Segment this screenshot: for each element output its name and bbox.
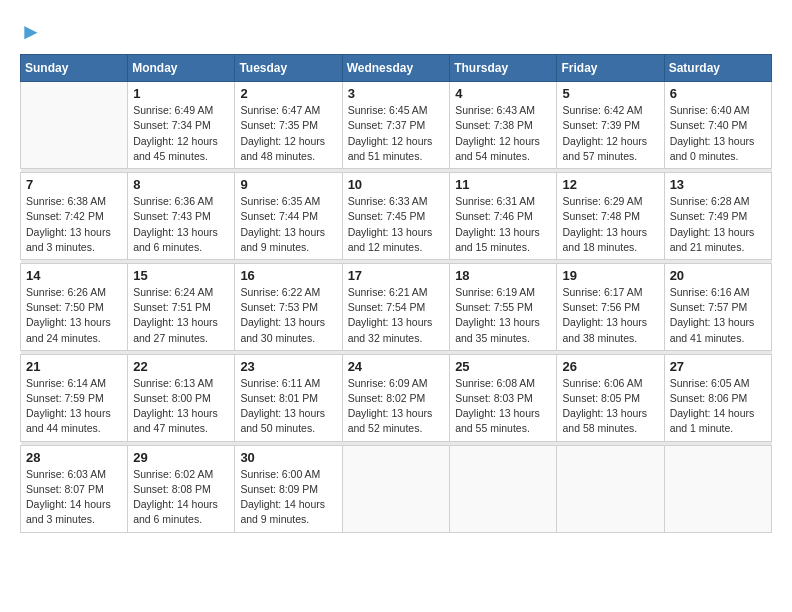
calendar-cell: 30Sunrise: 6:00 AMSunset: 8:09 PMDayligh… bbox=[235, 445, 342, 532]
day-number: 17 bbox=[348, 268, 445, 283]
calendar-cell: 22Sunrise: 6:13 AMSunset: 8:00 PMDayligh… bbox=[128, 354, 235, 441]
calendar-cell: 27Sunrise: 6:05 AMSunset: 8:06 PMDayligh… bbox=[664, 354, 771, 441]
calendar-cell bbox=[557, 445, 664, 532]
calendar-cell: 15Sunrise: 6:24 AMSunset: 7:51 PMDayligh… bbox=[128, 263, 235, 350]
calendar-cell: 29Sunrise: 6:02 AMSunset: 8:08 PMDayligh… bbox=[128, 445, 235, 532]
day-number: 9 bbox=[240, 177, 336, 192]
day-info: Sunrise: 6:17 AMSunset: 7:56 PMDaylight:… bbox=[562, 285, 658, 346]
day-number: 14 bbox=[26, 268, 122, 283]
day-info: Sunrise: 6:38 AMSunset: 7:42 PMDaylight:… bbox=[26, 194, 122, 255]
day-info: Sunrise: 6:24 AMSunset: 7:51 PMDaylight:… bbox=[133, 285, 229, 346]
day-number: 23 bbox=[240, 359, 336, 374]
day-number: 15 bbox=[133, 268, 229, 283]
day-number: 12 bbox=[562, 177, 658, 192]
day-number: 29 bbox=[133, 450, 229, 465]
calendar-cell: 4Sunrise: 6:43 AMSunset: 7:38 PMDaylight… bbox=[450, 82, 557, 169]
calendar-cell: 18Sunrise: 6:19 AMSunset: 7:55 PMDayligh… bbox=[450, 263, 557, 350]
day-number: 19 bbox=[562, 268, 658, 283]
logo: ► bbox=[20, 20, 42, 44]
calendar-cell: 28Sunrise: 6:03 AMSunset: 8:07 PMDayligh… bbox=[21, 445, 128, 532]
day-header-sunday: Sunday bbox=[21, 55, 128, 82]
calendar-cell: 5Sunrise: 6:42 AMSunset: 7:39 PMDaylight… bbox=[557, 82, 664, 169]
calendar-cell: 6Sunrise: 6:40 AMSunset: 7:40 PMDaylight… bbox=[664, 82, 771, 169]
calendar-cell: 19Sunrise: 6:17 AMSunset: 7:56 PMDayligh… bbox=[557, 263, 664, 350]
calendar-cell bbox=[342, 445, 450, 532]
calendar-cell: 3Sunrise: 6:45 AMSunset: 7:37 PMDaylight… bbox=[342, 82, 450, 169]
calendar-cell: 7Sunrise: 6:38 AMSunset: 7:42 PMDaylight… bbox=[21, 173, 128, 260]
page-header: ► bbox=[20, 20, 772, 44]
calendar-cell: 26Sunrise: 6:06 AMSunset: 8:05 PMDayligh… bbox=[557, 354, 664, 441]
day-number: 25 bbox=[455, 359, 551, 374]
day-number: 30 bbox=[240, 450, 336, 465]
calendar-cell: 25Sunrise: 6:08 AMSunset: 8:03 PMDayligh… bbox=[450, 354, 557, 441]
day-number: 27 bbox=[670, 359, 766, 374]
day-number: 3 bbox=[348, 86, 445, 101]
day-info: Sunrise: 6:00 AMSunset: 8:09 PMDaylight:… bbox=[240, 467, 336, 528]
day-number: 11 bbox=[455, 177, 551, 192]
calendar-cell: 8Sunrise: 6:36 AMSunset: 7:43 PMDaylight… bbox=[128, 173, 235, 260]
calendar-cell: 21Sunrise: 6:14 AMSunset: 7:59 PMDayligh… bbox=[21, 354, 128, 441]
day-number: 13 bbox=[670, 177, 766, 192]
day-number: 8 bbox=[133, 177, 229, 192]
calendar-week-row: 14Sunrise: 6:26 AMSunset: 7:50 PMDayligh… bbox=[21, 263, 772, 350]
calendar-table: SundayMondayTuesdayWednesdayThursdayFrid… bbox=[20, 54, 772, 532]
day-info: Sunrise: 6:29 AMSunset: 7:48 PMDaylight:… bbox=[562, 194, 658, 255]
day-info: Sunrise: 6:05 AMSunset: 8:06 PMDaylight:… bbox=[670, 376, 766, 437]
calendar-cell bbox=[450, 445, 557, 532]
day-number: 18 bbox=[455, 268, 551, 283]
calendar-cell: 14Sunrise: 6:26 AMSunset: 7:50 PMDayligh… bbox=[21, 263, 128, 350]
day-number: 10 bbox=[348, 177, 445, 192]
day-number: 1 bbox=[133, 86, 229, 101]
calendar-cell: 20Sunrise: 6:16 AMSunset: 7:57 PMDayligh… bbox=[664, 263, 771, 350]
calendar-cell bbox=[664, 445, 771, 532]
day-info: Sunrise: 6:36 AMSunset: 7:43 PMDaylight:… bbox=[133, 194, 229, 255]
day-info: Sunrise: 6:28 AMSunset: 7:49 PMDaylight:… bbox=[670, 194, 766, 255]
day-info: Sunrise: 6:16 AMSunset: 7:57 PMDaylight:… bbox=[670, 285, 766, 346]
day-number: 2 bbox=[240, 86, 336, 101]
day-number: 22 bbox=[133, 359, 229, 374]
day-info: Sunrise: 6:40 AMSunset: 7:40 PMDaylight:… bbox=[670, 103, 766, 164]
day-number: 6 bbox=[670, 86, 766, 101]
day-info: Sunrise: 6:22 AMSunset: 7:53 PMDaylight:… bbox=[240, 285, 336, 346]
day-number: 26 bbox=[562, 359, 658, 374]
day-header-tuesday: Tuesday bbox=[235, 55, 342, 82]
day-info: Sunrise: 6:08 AMSunset: 8:03 PMDaylight:… bbox=[455, 376, 551, 437]
day-info: Sunrise: 6:43 AMSunset: 7:38 PMDaylight:… bbox=[455, 103, 551, 164]
day-info: Sunrise: 6:03 AMSunset: 8:07 PMDaylight:… bbox=[26, 467, 122, 528]
day-header-friday: Friday bbox=[557, 55, 664, 82]
calendar-cell bbox=[21, 82, 128, 169]
calendar-cell: 24Sunrise: 6:09 AMSunset: 8:02 PMDayligh… bbox=[342, 354, 450, 441]
day-info: Sunrise: 6:35 AMSunset: 7:44 PMDaylight:… bbox=[240, 194, 336, 255]
calendar-cell: 17Sunrise: 6:21 AMSunset: 7:54 PMDayligh… bbox=[342, 263, 450, 350]
day-info: Sunrise: 6:33 AMSunset: 7:45 PMDaylight:… bbox=[348, 194, 445, 255]
calendar-week-row: 28Sunrise: 6:03 AMSunset: 8:07 PMDayligh… bbox=[21, 445, 772, 532]
day-info: Sunrise: 6:31 AMSunset: 7:46 PMDaylight:… bbox=[455, 194, 551, 255]
calendar-cell: 1Sunrise: 6:49 AMSunset: 7:34 PMDaylight… bbox=[128, 82, 235, 169]
day-info: Sunrise: 6:06 AMSunset: 8:05 PMDaylight:… bbox=[562, 376, 658, 437]
calendar-cell: 23Sunrise: 6:11 AMSunset: 8:01 PMDayligh… bbox=[235, 354, 342, 441]
day-header-monday: Monday bbox=[128, 55, 235, 82]
day-info: Sunrise: 6:02 AMSunset: 8:08 PMDaylight:… bbox=[133, 467, 229, 528]
calendar-week-row: 21Sunrise: 6:14 AMSunset: 7:59 PMDayligh… bbox=[21, 354, 772, 441]
calendar-cell: 16Sunrise: 6:22 AMSunset: 7:53 PMDayligh… bbox=[235, 263, 342, 350]
day-info: Sunrise: 6:14 AMSunset: 7:59 PMDaylight:… bbox=[26, 376, 122, 437]
calendar-cell: 10Sunrise: 6:33 AMSunset: 7:45 PMDayligh… bbox=[342, 173, 450, 260]
day-info: Sunrise: 6:49 AMSunset: 7:34 PMDaylight:… bbox=[133, 103, 229, 164]
day-info: Sunrise: 6:09 AMSunset: 8:02 PMDaylight:… bbox=[348, 376, 445, 437]
calendar-week-row: 1Sunrise: 6:49 AMSunset: 7:34 PMDaylight… bbox=[21, 82, 772, 169]
day-info: Sunrise: 6:21 AMSunset: 7:54 PMDaylight:… bbox=[348, 285, 445, 346]
day-number: 24 bbox=[348, 359, 445, 374]
day-header-wednesday: Wednesday bbox=[342, 55, 450, 82]
calendar-header-row: SundayMondayTuesdayWednesdayThursdayFrid… bbox=[21, 55, 772, 82]
day-info: Sunrise: 6:47 AMSunset: 7:35 PMDaylight:… bbox=[240, 103, 336, 164]
calendar-cell: 12Sunrise: 6:29 AMSunset: 7:48 PMDayligh… bbox=[557, 173, 664, 260]
calendar-cell: 11Sunrise: 6:31 AMSunset: 7:46 PMDayligh… bbox=[450, 173, 557, 260]
day-number: 21 bbox=[26, 359, 122, 374]
calendar-week-row: 7Sunrise: 6:38 AMSunset: 7:42 PMDaylight… bbox=[21, 173, 772, 260]
day-header-thursday: Thursday bbox=[450, 55, 557, 82]
day-info: Sunrise: 6:19 AMSunset: 7:55 PMDaylight:… bbox=[455, 285, 551, 346]
calendar-cell: 2Sunrise: 6:47 AMSunset: 7:35 PMDaylight… bbox=[235, 82, 342, 169]
day-info: Sunrise: 6:45 AMSunset: 7:37 PMDaylight:… bbox=[348, 103, 445, 164]
day-number: 5 bbox=[562, 86, 658, 101]
day-info: Sunrise: 6:42 AMSunset: 7:39 PMDaylight:… bbox=[562, 103, 658, 164]
